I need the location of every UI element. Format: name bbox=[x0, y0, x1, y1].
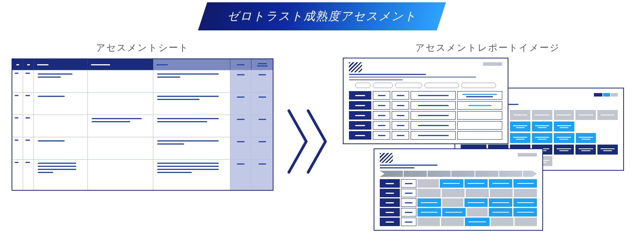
sheet-section-title: アセスメントシート bbox=[12, 42, 273, 54]
hatch-icon bbox=[349, 62, 362, 72]
badge-icon bbox=[483, 62, 502, 66]
legend-icon bbox=[594, 93, 618, 97]
sheet-row bbox=[12, 70, 273, 92]
report-section-title: アセスメントレポートイメージ bbox=[343, 42, 632, 54]
report-matrix bbox=[343, 58, 508, 144]
hatch-icon bbox=[380, 153, 393, 163]
title-text: ゼロトラスト成熟度アセスメント bbox=[227, 8, 417, 24]
sheet-row bbox=[12, 159, 273, 190]
sheet-row bbox=[12, 115, 273, 137]
report-images-column: アセスメントレポートイメージ bbox=[343, 42, 632, 241]
chevron-right-icon bbox=[283, 109, 333, 174]
badge-icon bbox=[518, 153, 537, 156]
assessment-sheet bbox=[12, 58, 273, 191]
flow-arrow bbox=[273, 109, 343, 174]
title-banner: ゼロトラスト成熟度アセスメント bbox=[198, 2, 446, 30]
timeline-arrow-icon bbox=[380, 171, 537, 177]
sheet-row bbox=[12, 137, 273, 159]
report-schedule bbox=[374, 148, 543, 231]
assessment-sheet-column: アセスメントシート bbox=[12, 42, 273, 191]
sheet-row bbox=[12, 92, 273, 115]
sheet-header bbox=[12, 59, 273, 70]
diagram-row: アセスメントシート bbox=[0, 42, 644, 241]
